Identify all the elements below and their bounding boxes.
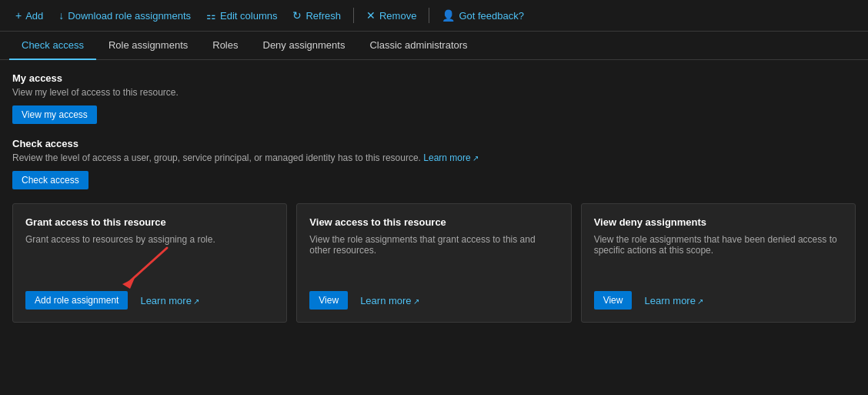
view-my-access-button[interactable]: View my access — [12, 105, 97, 124]
plus-icon: + — [15, 9, 22, 22]
view-access-learn-more-link[interactable]: Learn more↗ — [360, 295, 419, 306]
toolbar: + Add ↓ Download role assignments ⚏ Edit… — [0, 0, 868, 32]
view-access-card-footer: View Learn more↗ — [309, 291, 558, 310]
separator-1 — [353, 8, 354, 23]
check-access-button[interactable]: Check access — [12, 171, 88, 189]
grant-access-card: Grant access to this resource Grant acce… — [12, 203, 287, 323]
columns-icon: ⚏ — [206, 9, 216, 22]
main-content: My access View my level of access to thi… — [0, 60, 868, 335]
check-access-title: Check access — [12, 138, 856, 149]
tab-roles[interactable]: Roles — [200, 32, 250, 60]
view-access-card-title: View access to this resource — [309, 216, 558, 228]
check-access-learn-more-link[interactable]: Learn more↗ — [423, 152, 478, 163]
svg-marker-1 — [122, 278, 135, 289]
view-deny-learn-more-link[interactable]: Learn more↗ — [644, 295, 703, 306]
my-access-description: View my level of access to this resource… — [12, 87, 856, 98]
remove-icon: ✕ — [366, 9, 376, 22]
refresh-icon: ↻ — [292, 9, 302, 22]
view-external-link-icon: ↗ — [413, 297, 419, 306]
feedback-label: Got feedback? — [459, 10, 524, 22]
view-deny-card: View deny assignments View the role assi… — [581, 203, 856, 323]
cards-container: Grant access to this resource Grant acce… — [12, 203, 856, 323]
my-access-title: My access — [12, 72, 856, 84]
download-icon: ↓ — [58, 9, 64, 22]
separator-2 — [429, 8, 429, 23]
view-access-button[interactable]: View — [309, 291, 348, 310]
tab-check-access[interactable]: Check access — [9, 32, 96, 60]
remove-label: Remove — [379, 10, 416, 22]
add-button[interactable]: + Add — [9, 6, 49, 25]
download-button[interactable]: ↓ Download role assignments — [52, 6, 197, 25]
view-access-card: View access to this resource View the ro… — [296, 203, 571, 323]
remove-button[interactable]: ✕ Remove — [360, 6, 422, 25]
check-access-section: Check access Review the level of access … — [12, 138, 856, 189]
tab-deny-assignments[interactable]: Deny assignments — [251, 32, 358, 60]
edit-columns-button[interactable]: ⚏ Edit columns — [200, 6, 283, 25]
grant-external-link-icon: ↗ — [193, 297, 199, 306]
check-access-description: Review the level of access a user, group… — [12, 152, 856, 163]
grant-access-card-desc: Grant access to resources by assigning a… — [25, 234, 274, 245]
view-deny-button[interactable]: View — [594, 291, 633, 310]
deny-external-link-icon: ↗ — [697, 297, 703, 306]
feedback-button[interactable]: 👤 Got feedback? — [436, 6, 530, 25]
view-deny-card-footer: View Learn more↗ — [594, 291, 843, 310]
refresh-button[interactable]: ↻ Refresh — [286, 6, 347, 25]
grant-access-learn-more-link[interactable]: Learn more↗ — [140, 295, 199, 306]
feedback-icon: 👤 — [442, 9, 455, 22]
edit-columns-label: Edit columns — [220, 10, 277, 22]
add-role-assignment-button[interactable]: Add role assignment — [25, 291, 128, 310]
my-access-section: My access View my level of access to thi… — [12, 72, 856, 124]
view-access-card-desc: View the role assignments that grant acc… — [309, 234, 558, 256]
external-link-icon: ↗ — [472, 154, 479, 162]
add-label: Add — [25, 10, 43, 22]
download-label: Download role assignments — [68, 10, 191, 22]
view-deny-card-title: View deny assignments — [594, 216, 843, 228]
tabs: Check access Role assignments Roles Deny… — [0, 32, 868, 60]
refresh-label: Refresh — [305, 10, 341, 22]
view-deny-card-desc: View the role assignments that have been… — [594, 234, 843, 256]
grant-access-card-title: Grant access to this resource — [25, 216, 274, 228]
tab-role-assignments[interactable]: Role assignments — [96, 32, 200, 60]
tab-classic-administrators[interactable]: Classic administrators — [357, 32, 479, 60]
grant-access-card-footer: Add role assignment Learn more↗ — [25, 291, 274, 310]
